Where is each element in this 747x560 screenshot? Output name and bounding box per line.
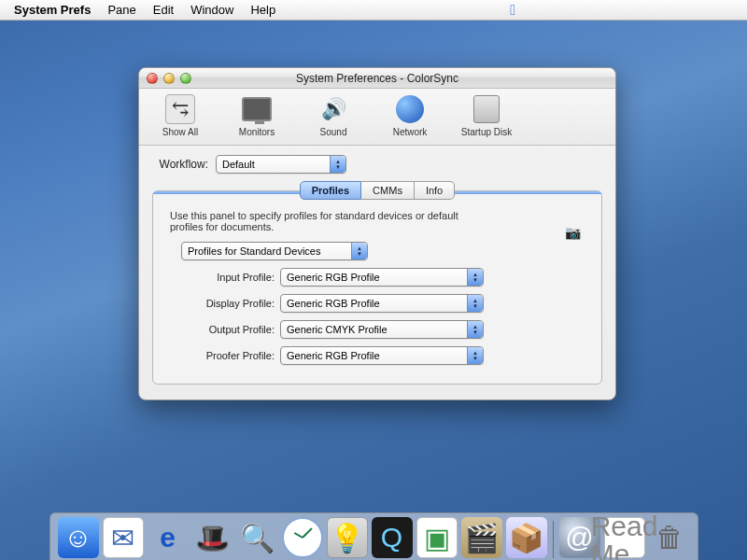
output-profile-label: Output Profile: (170, 324, 275, 335)
dock-readme-label: Read Me (591, 512, 658, 560)
toolbar-network[interactable]: Network (382, 94, 438, 137)
workflow-label: Workflow: (152, 158, 208, 171)
camera-icon[interactable]: 📷 (565, 225, 581, 240)
tab-info[interactable]: Info (415, 181, 455, 200)
dock-area: ☺ ✉︎ e 🎩 🔍 💡 Q ▣ 🎬 📦 @ Read Me 🗑 (0, 512, 747, 560)
dock-readme-icon[interactable]: Read Me (604, 517, 645, 558)
prefs-window: System Preferences - ColorSync ⥃ Show Al… (138, 67, 616, 400)
popup-arrows-icon: ▲▼ (351, 243, 367, 259)
zoom-button[interactable] (180, 73, 191, 84)
dock-finder-icon[interactable]: ☺ (58, 517, 99, 558)
display-profile-value: Generic RGB Profile (287, 298, 380, 309)
dock-sysprefs-icon[interactable]: 💡 (327, 517, 368, 558)
output-profile-value: Generic CMYK Profile (287, 324, 388, 335)
dock-magnify-icon[interactable]: 🔍 (237, 517, 278, 558)
menubar: System Prefs Pane Edit Window Help  (0, 0, 747, 21)
menu-help[interactable]: Help (242, 3, 284, 17)
dock-mail-icon[interactable]: ✉︎ (103, 517, 144, 558)
tab-cmms[interactable]: CMMs (361, 181, 415, 200)
monitor-icon (242, 94, 272, 124)
display-profile-popup[interactable]: Generic RGB Profile ▲▼ (280, 294, 484, 313)
tab-info-label: Info (426, 185, 443, 196)
dock-imovie-icon[interactable]: 🎬 (461, 517, 502, 558)
input-profile-label: Input Profile: (170, 272, 275, 283)
dock-ie-icon[interactable]: e (148, 517, 189, 558)
proofer-profile-value: Generic RGB Profile (287, 350, 380, 361)
window-body: Workflow: Default ▲▼ Profiles CMMs Info … (139, 146, 615, 399)
tabs: Profiles CMMs Info (300, 181, 456, 200)
dock-itunes-icon[interactable]: ▣ (416, 517, 458, 558)
pane-description: Use this panel to specify profiles for s… (170, 210, 487, 232)
input-profile-popup[interactable]: Generic RGB Profile ▲▼ (280, 268, 484, 287)
popup-arrows-icon: ▲▼ (330, 156, 345, 173)
toolbar-sound-label: Sound (320, 127, 347, 137)
proofer-profile-popup[interactable]: Generic RGB Profile ▲▼ (280, 346, 484, 365)
menu-pane[interactable]: Pane (99, 3, 144, 17)
show-all-icon: ⥃ (165, 94, 195, 124)
dock-quicktime-icon[interactable]: Q (372, 517, 413, 558)
workflow-popup[interactable]: Default ▲▼ (216, 155, 346, 174)
proofer-profile-label: Proofer Profile: (170, 350, 275, 361)
toolbar-startup-disk[interactable]: Startup Disk (458, 94, 514, 137)
window-title: System Preferences - ColorSync (139, 72, 615, 85)
dock-separator (553, 521, 554, 558)
menu-app[interactable]: System Prefs (6, 3, 99, 17)
popup-arrows-icon: ▲▼ (467, 295, 483, 312)
input-profile-value: Generic RGB Profile (287, 272, 380, 283)
tab-profiles[interactable]: Profiles (300, 181, 361, 200)
toolbar-sound[interactable]: 🔊 Sound (305, 94, 361, 137)
dock: ☺ ✉︎ e 🎩 🔍 💡 Q ▣ 🎬 📦 @ Read Me 🗑 (49, 512, 698, 560)
close-button[interactable] (147, 73, 158, 84)
toolbar-monitors-label: Monitors (239, 127, 275, 137)
popup-arrows-icon: ▲▼ (467, 269, 483, 286)
output-profile-popup[interactable]: Generic CMYK Profile ▲▼ (280, 320, 484, 339)
toolbar-show-all-label: Show All (162, 127, 198, 137)
display-profile-label: Display Profile: (170, 298, 275, 309)
dock-sherlock-icon[interactable]: 🎩 (192, 517, 233, 558)
profiles-pane: Use this panel to specify profiles for s… (152, 190, 602, 385)
popup-arrows-icon: ▲▼ (467, 321, 483, 338)
titlebar[interactable]: System Preferences - ColorSync (139, 68, 615, 89)
apple-menu-icon[interactable]:  (502, 2, 523, 19)
profile-category-value: Profiles for Standard Devices (188, 245, 320, 257)
tab-cmms-label: CMMs (373, 185, 402, 196)
tab-profiles-label: Profiles (312, 185, 349, 196)
minimize-button[interactable] (163, 73, 175, 84)
toolbar-show-all[interactable]: ⥃ Show All (152, 94, 208, 137)
workflow-value: Default (222, 159, 255, 170)
profile-category-popup[interactable]: Profiles for Standard Devices ▲▼ (181, 242, 368, 260)
toolbar-startup-disk-label: Startup Disk (461, 127, 512, 137)
toolbar: ⥃ Show All Monitors 🔊 Sound Network Star… (139, 89, 615, 146)
dock-trash-icon[interactable]: 🗑 (649, 517, 690, 558)
popup-arrows-icon: ▲▼ (467, 347, 483, 364)
disk-icon (472, 94, 501, 124)
dock-software-icon[interactable]: 📦 (506, 517, 547, 558)
menu-edit[interactable]: Edit (145, 3, 182, 17)
toolbar-monitors[interactable]: Monitors (229, 94, 285, 137)
menu-window[interactable]: Window (182, 3, 242, 17)
dock-clock-icon[interactable] (282, 517, 323, 558)
speaker-icon: 🔊 (318, 94, 348, 124)
toolbar-network-label: Network (393, 127, 428, 137)
globe-icon (395, 94, 425, 124)
